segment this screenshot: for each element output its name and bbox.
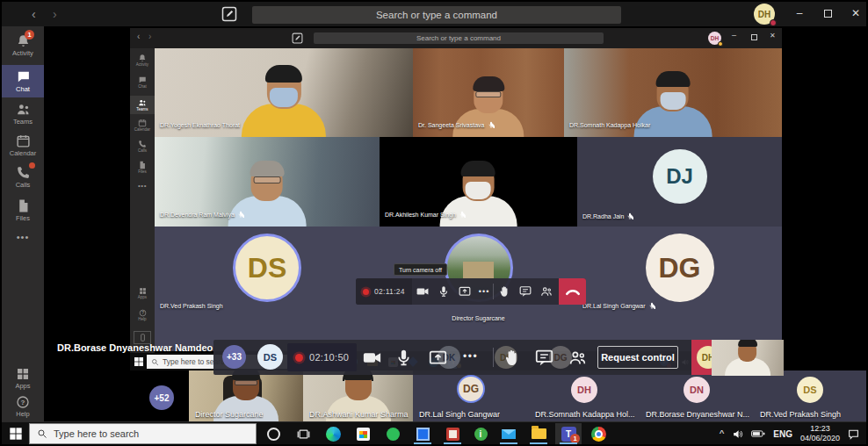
participant-name: DR.Ved Prakash Singh: [760, 410, 841, 419]
raise-hand-button[interactable]: [498, 285, 510, 298]
overflow-participants-badge[interactable]: +33: [222, 345, 246, 369]
minimize-button[interactable]: –: [732, 31, 736, 40]
sidebar-item-teams[interactable]: Teams: [2, 102, 44, 126]
calls-icon: [138, 140, 147, 148]
minimize-button[interactable]: –: [787, 2, 812, 25]
sidebar-item-more[interactable]: •••: [130, 182, 155, 190]
forward-icon[interactable]: ›: [148, 32, 151, 41]
inner-search-input[interactable]: Search or type a command: [314, 32, 604, 44]
sidebar-item-help[interactable]: Help: [2, 395, 44, 418]
new-chat-icon[interactable]: [221, 6, 237, 22]
camera-off-button[interactable]: [363, 349, 381, 367]
participants-button[interactable]: [568, 349, 587, 367]
battery-icon[interactable]: [751, 430, 765, 437]
participant-tile-ved[interactable]: DS DR.Ved Prakash Singh: [155, 227, 380, 351]
restore-button[interactable]: [815, 2, 840, 25]
restore-button[interactable]: [751, 34, 757, 40]
start-button[interactable]: [134, 356, 144, 367]
recording-dot: [363, 289, 369, 295]
participant-tile-radha[interactable]: DJ DR.Radha Jain: [577, 137, 782, 227]
sidebar-item-more[interactable]: •••: [2, 232, 44, 242]
filmstrip-overflow-badge[interactable]: +52: [149, 385, 174, 410]
task-view-icon[interactable]: [290, 423, 316, 444]
sidebar-item-calls[interactable]: Calls: [130, 140, 155, 153]
call-timer: 02:10:50: [309, 352, 349, 363]
blue-app-icon[interactable]: [409, 423, 436, 444]
sidebar-item-teams[interactable]: Teams: [130, 96, 155, 114]
teams-taskbar-icon[interactable]: T 1: [555, 423, 582, 444]
search-input[interactable]: Search or type a command: [252, 6, 621, 24]
sidebar-item-files[interactable]: Files: [130, 161, 155, 174]
red-app-icon[interactable]: [439, 423, 466, 444]
account-avatar[interactable]: DH: [754, 4, 775, 25]
camera-button[interactable]: [416, 285, 429, 298]
info-app-icon[interactable]: i: [467, 423, 494, 444]
start-button[interactable]: [9, 427, 23, 441]
inner-account-avatar[interactable]: DH: [708, 32, 721, 45]
clock[interactable]: 12:23 04/06/2020: [800, 424, 840, 443]
sidebar-item-calendar[interactable]: Calendar: [2, 133, 44, 157]
participant-video-sangeeta[interactable]: Dr. Sangeeta Srivastava: [413, 48, 564, 137]
request-control-button[interactable]: Request control: [597, 346, 678, 369]
sidebar-item-apps[interactable]: Apps: [130, 287, 155, 299]
share-button[interactable]: [459, 285, 471, 298]
back-icon[interactable]: ‹: [137, 32, 140, 41]
back-icon[interactable]: ‹: [32, 2, 36, 26]
sidebar-item-files[interactable]: Files: [2, 198, 44, 222]
action-center-icon[interactable]: [848, 428, 859, 440]
sidebar-item-help[interactable]: Help: [130, 309, 155, 321]
taskbar-search-input[interactable]: Type here to search: [29, 423, 257, 444]
chat-button[interactable]: [535, 349, 553, 367]
divider: [493, 348, 494, 367]
edge-icon[interactable]: [320, 423, 346, 444]
forward-icon[interactable]: ›: [53, 2, 57, 26]
more-actions-button[interactable]: •••: [479, 287, 489, 296]
mail-icon[interactable]: [495, 423, 522, 444]
filmstrip-tile-ved[interactable]: DS DR.Ved Prakash Singh: [754, 370, 866, 421]
close-button[interactable]: ✕: [770, 32, 776, 40]
participant-video-yogesh[interactable]: DR.Yogesh Eknathrao Thorat: [155, 48, 413, 137]
sidebar-item-activity[interactable]: Activity: [130, 54, 155, 67]
sidebar-item-activity[interactable]: 1 Activity: [2, 33, 44, 57]
participant-video-akhilesh[interactable]: DR.Akhilesh Kumar Singh: [380, 137, 577, 227]
chrome-icon[interactable]: [585, 423, 611, 444]
corner-video-tile[interactable]: [712, 340, 784, 376]
filmstrip-tile-borase[interactable]: DN DR.Borase Dnyaneshwar N...: [640, 370, 754, 421]
new-chat-icon[interactable]: [292, 32, 303, 44]
volume-icon[interactable]: [732, 428, 743, 440]
filmstrip-tile-director-sugarcane[interactable]: Director Sugarcane: [189, 370, 303, 421]
store-icon[interactable]: [350, 423, 376, 444]
mic-off-button[interactable]: [394, 349, 413, 367]
participant-video-devendra[interactable]: DR.Devendra Ram Malviya: [155, 137, 380, 227]
mic-button[interactable]: [438, 285, 450, 298]
raise-hand-button[interactable]: [503, 349, 521, 367]
chevron-up-icon[interactable]: ^: [720, 428, 724, 439]
sidebar-item-calls[interactable]: Calls: [2, 165, 44, 189]
sidebar-label: Help: [130, 317, 155, 321]
language-indicator[interactable]: ENG: [773, 429, 792, 439]
share-button[interactable]: [429, 349, 447, 367]
close-button[interactable]: ✕: [843, 2, 868, 25]
more-actions-button[interactable]: •••: [463, 350, 478, 363]
participant-tile-lalsingh[interactable]: DG DR.Lal Singh Gangwar: [577, 227, 782, 351]
calendar-icon: [16, 133, 31, 148]
file-explorer-icon[interactable]: [525, 423, 552, 444]
cortana-icon[interactable]: [260, 423, 286, 444]
activity-badge: 1: [25, 30, 34, 40]
participants-button[interactable]: [540, 285, 553, 298]
sidebar-item-chat[interactable]: Chat: [2, 65, 44, 97]
sidebar-item-apps[interactable]: Apps: [2, 367, 44, 390]
filmstrip-tile-lalsingh[interactable]: DG DR.Lal Singh Gangwar: [413, 370, 529, 421]
hangup-icon: [566, 288, 580, 296]
chat-button[interactable]: [519, 285, 532, 298]
sidebar-label: Activity: [130, 62, 155, 67]
filmstrip-tile-somnath[interactable]: DH DR.Somnath Kadappa Hol...: [529, 370, 640, 421]
sidebar-item-chat[interactable]: Chat: [130, 76, 155, 89]
sidebar-item-calendar[interactable]: Calendar: [130, 119, 155, 132]
hangup-button[interactable]: [559, 278, 586, 305]
participant-video-somnath[interactable]: DR.Somnath Kadappa Holkar: [564, 48, 782, 137]
participant-name: DR.Ashwani Kumar Sharma: [309, 410, 409, 419]
quick-assist-icon[interactable]: [380, 423, 406, 444]
filmstrip-tile-ashwani[interactable]: DR.Ashwani Kumar Sharma: [303, 370, 413, 421]
pinned-participant-avatar[interactable]: DS: [257, 344, 283, 370]
